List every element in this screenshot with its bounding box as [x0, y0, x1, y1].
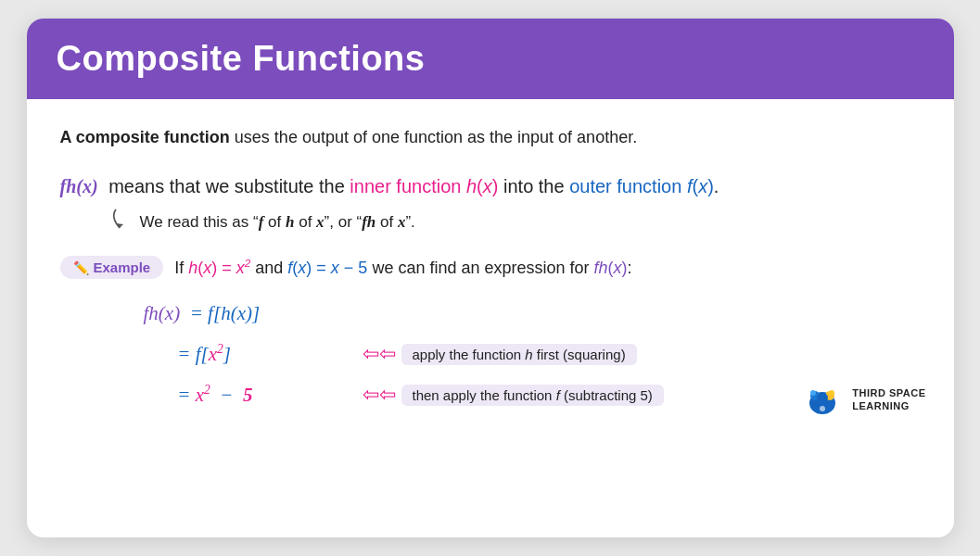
- annotation-arrow-3: ⇦⇦ then apply the function f (subtractin…: [363, 383, 664, 407]
- step-math-1: fh(x) = f[h(x)]: [144, 302, 348, 325]
- annotation-arrow-2: ⇦⇦ apply the function h first (squaring): [363, 342, 637, 366]
- step-math-2: = f[x2]: [144, 342, 348, 366]
- example-badge: ✏️ Example: [60, 256, 164, 279]
- tsl-logo-icon: [802, 379, 843, 420]
- card-header: Composite Functions: [27, 19, 954, 99]
- formula-text-1: means that we substitute the: [104, 171, 350, 202]
- left-arrow-icon-2: ⇦⇦: [363, 342, 396, 366]
- left-arrow-icon-3: ⇦⇦: [363, 383, 396, 407]
- pencil-icon: ✏️: [73, 260, 89, 275]
- step-math-3: = x2 − 5: [144, 383, 348, 407]
- formula-text-3: .: [714, 171, 719, 202]
- card-body: A composite function uses the output of …: [27, 99, 954, 436]
- definition-bold: A composite function: [60, 128, 230, 146]
- inner-function-label: inner function h(x): [350, 171, 498, 202]
- read-line: We read this as “f of h of x”, or “fh of…: [107, 208, 921, 237]
- example-text: If h(x) = x2 and f(x) = x − 5 we can fin…: [174, 257, 631, 278]
- svg-point-6: [829, 390, 834, 396]
- page-title: Composite Functions: [57, 39, 924, 79]
- svg-point-5: [810, 390, 816, 396]
- formula-row: fh(x) means that we substitute the inner…: [60, 171, 921, 202]
- tsl-logo: THIRD SPACELEARNING: [802, 379, 925, 420]
- step-line-2: = f[x2] ⇦⇦ apply the function h first (s…: [144, 336, 921, 372]
- example-badge-label: Example: [94, 259, 151, 275]
- definition-rest: uses the output of one function as the i…: [230, 128, 637, 146]
- read-text: We read this as “f of h of x”, or “fh of…: [140, 213, 415, 232]
- tsl-logo-text: THIRD SPACELEARNING: [852, 386, 925, 413]
- svg-point-4: [817, 393, 828, 402]
- svg-point-7: [820, 406, 825, 411]
- step-line-1: fh(x) = f[h(x)]: [144, 296, 921, 331]
- formula-text-2: into the: [498, 171, 569, 202]
- fh-symbol: fh(x): [60, 171, 98, 202]
- definition-line: A composite function uses the output of …: [60, 125, 921, 150]
- outer-function-label: outer function f(x): [569, 171, 714, 202]
- example-row: ✏️ Example If h(x) = x2 and f(x) = x − 5…: [60, 256, 921, 279]
- card: Composite Functions A composite function…: [27, 19, 954, 537]
- annotation-text-3: then apply the function f (subtracting 5…: [401, 385, 664, 406]
- annotation-text-2: apply the function h first (squaring): [401, 344, 637, 365]
- curved-arrow-icon: [107, 208, 133, 237]
